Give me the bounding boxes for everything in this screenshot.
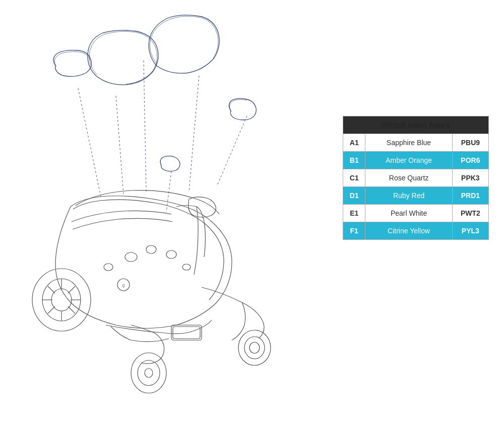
svg-line-15 xyxy=(68,286,75,293)
svg-line-0 xyxy=(78,88,101,197)
svg-point-22 xyxy=(145,368,153,377)
svg-point-29 xyxy=(182,264,191,270)
table-row: A1Sapphire BluePBU9 xyxy=(343,134,489,152)
svg-point-28 xyxy=(104,264,113,271)
parts-table-area: Shroud Insert Assy's A1Sapphire BluePBU9… xyxy=(343,116,489,240)
shroud-table: Shroud Insert Assy's A1Sapphire BluePBU9… xyxy=(343,116,489,240)
row-part-code: PWT2 xyxy=(452,205,488,222)
svg-line-1 xyxy=(144,60,146,191)
svg-point-6 xyxy=(32,269,91,331)
diagram-area: .line { stroke: #3a4a7a; stroke-width: 1… xyxy=(0,0,343,447)
row-color-name: Citrine Yellow xyxy=(365,222,452,240)
row-part-code: PRD1 xyxy=(452,187,488,205)
svg-point-19 xyxy=(249,342,260,353)
row-color-name: Rose Quartz xyxy=(365,169,452,187)
svg-line-3 xyxy=(189,76,199,191)
svg-point-17 xyxy=(238,330,271,365)
table-row: B1Amber OrangePOR6 xyxy=(343,152,489,169)
svg-point-25 xyxy=(125,252,137,262)
row-id: E1 xyxy=(343,205,365,222)
row-id: A1 xyxy=(343,134,365,152)
row-id: D1 xyxy=(343,187,365,205)
main-container: .line { stroke: #3a4a7a; stroke-width: 1… xyxy=(0,0,504,447)
svg-line-4 xyxy=(217,116,247,186)
svg-line-16 xyxy=(48,306,55,313)
svg-line-14 xyxy=(68,306,75,313)
row-id: C1 xyxy=(343,169,365,187)
svg-line-2 xyxy=(116,96,123,194)
row-color-name: Amber Orange xyxy=(365,152,452,169)
svg-line-13 xyxy=(48,286,55,293)
svg-point-21 xyxy=(138,360,160,386)
table-row: D1Ruby RedPRD1 xyxy=(343,187,489,205)
row-part-code: PYL3 xyxy=(452,222,488,240)
row-color-name: Sapphire Blue xyxy=(365,134,452,152)
row-part-code: PBU9 xyxy=(452,134,488,152)
row-id: B1 xyxy=(343,152,365,169)
svg-point-18 xyxy=(244,337,265,359)
table-title: Shroud Insert Assy's xyxy=(343,116,489,134)
row-color-name: Ruby Red xyxy=(365,187,452,205)
table-row: F1Citrine YellowPYL3 xyxy=(343,222,489,240)
table-row: E1Pearl WhitePWT2 xyxy=(343,205,489,222)
table-row: C1Rose QuartzPPK3 xyxy=(343,169,489,187)
svg-point-26 xyxy=(146,245,156,253)
row-id: F1 xyxy=(343,222,365,240)
svg-point-27 xyxy=(166,250,176,259)
svg-point-20 xyxy=(131,353,166,393)
scooter-diagram: .line { stroke: #3a4a7a; stroke-width: 1… xyxy=(0,0,343,447)
svg-text:Q: Q xyxy=(122,284,125,288)
row-part-code: POR6 xyxy=(452,152,488,169)
row-color-name: Pearl White xyxy=(365,205,452,222)
row-part-code: PPK3 xyxy=(452,169,488,187)
